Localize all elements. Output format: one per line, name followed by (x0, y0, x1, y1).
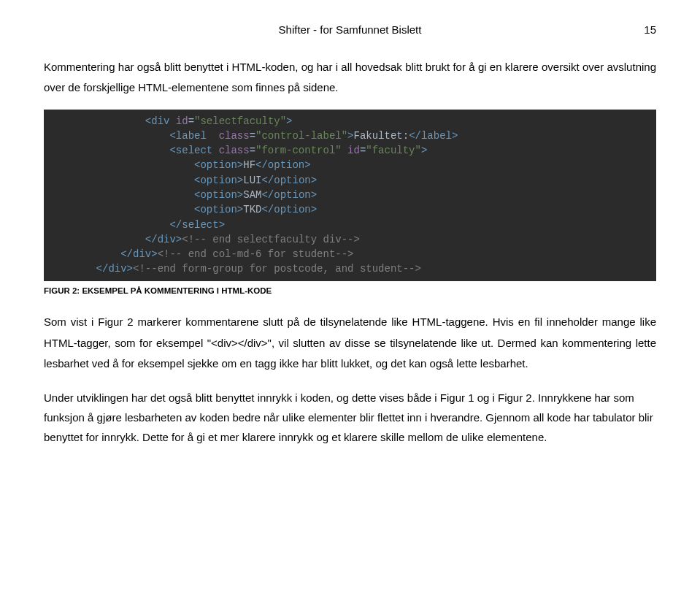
code-example: <div id="selectfaculty"> <label class="c… (44, 110, 656, 281)
page-number: 15 (644, 22, 656, 39)
page-header: Shifter - for Samfunnet Bislett 15 (44, 22, 656, 39)
header-title: Shifter - for Samfunnet Bislett (279, 23, 422, 36)
intro-paragraph: Kommentering har også blitt benyttet i H… (44, 57, 656, 99)
body-paragraph-2: Under utviklingen har det også blitt ben… (44, 388, 656, 448)
figure-caption: FIGUR 2: EKSEMPEL PÅ KOMMENTERING I HTML… (44, 285, 656, 297)
body-paragraph-1: Som vist i Figur 2 markerer kommentarene… (44, 312, 656, 375)
